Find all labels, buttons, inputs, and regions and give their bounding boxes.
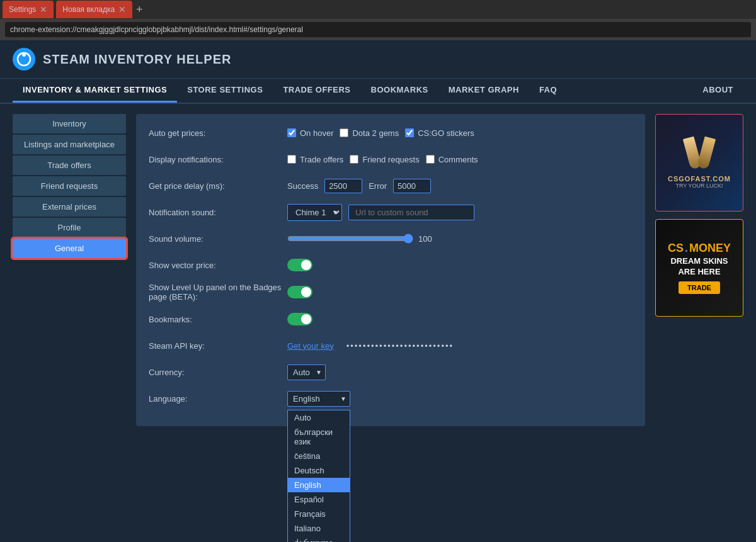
lang-option-de[interactable]: Deutsch	[288, 463, 350, 478]
language-row: Language: English Auto български език če…	[149, 390, 633, 407]
sidebar-item-inventory[interactable]: Inventory	[13, 114, 126, 133]
api-key-value: ••••••••••••••••••••••••••	[346, 341, 454, 351]
lang-option-fr[interactable]: Français	[288, 507, 350, 521]
bookmarks-label: Bookmarks:	[149, 315, 287, 324]
ad-csgofast[interactable]: CSGOFAST.COM TRY YOUR LUCK!	[655, 114, 743, 212]
nav-tab-trade-offers[interactable]: TRADE OFFERS	[273, 79, 360, 103]
lang-option-cs[interactable]: čeština	[288, 449, 350, 463]
sound-volume-controls: 100	[287, 234, 633, 244]
nav-tab-bookmarks[interactable]: BOOKMARKS	[361, 79, 438, 103]
show-level-up-toggle[interactable]	[287, 286, 312, 298]
csgofast-knives-icon	[687, 137, 712, 169]
currency-select-wrapper: Auto	[287, 364, 326, 380]
display-notifications-row: Display notifications: Trade offers Frie…	[149, 150, 633, 168]
sound-volume-row: Sound volume: 100	[149, 230, 633, 247]
csmoney-dot: .	[685, 242, 688, 255]
get-your-key-link[interactable]: Get your key	[287, 341, 334, 351]
sidebar-item-general[interactable]: General	[13, 239, 126, 258]
url-bar[interactable]	[5, 22, 751, 37]
tab-new[interactable]: Новая вкладка ✕	[56, 1, 132, 18]
auto-get-prices-controls: On hover Dota 2 gems CS:GO stickers	[287, 128, 474, 138]
notification-sound-controls: Chime 1	[287, 204, 474, 221]
currency-select[interactable]: Auto	[287, 364, 326, 380]
sidebar: Inventory Listings and marketplace Trade…	[13, 114, 126, 426]
lang-option-bg[interactable]: български език	[288, 425, 350, 449]
dota-gems-label: Dota 2 gems	[352, 128, 399, 138]
csgo-stickers-label: CS:GO stickers	[418, 128, 474, 138]
lang-option-es[interactable]: Español	[288, 492, 350, 507]
trade-offers-group: Trade offers	[287, 155, 343, 164]
sound-select[interactable]: Chime 1	[287, 204, 342, 221]
currency-row: Currency: Auto	[149, 363, 633, 381]
custom-sound-url-input[interactable]	[348, 205, 474, 220]
csmoney-cs: CS	[668, 242, 684, 255]
app-header: STEAM INVENTORY HELPER	[0, 40, 756, 79]
url-bar-row	[0, 19, 756, 40]
nav-tab-inventory-market[interactable]: INVENTORY & MARKET SETTINGS	[13, 79, 177, 103]
nav-tab-market-graph[interactable]: MARKET GRAPH	[438, 79, 529, 103]
currency-label: Currency:	[149, 368, 287, 377]
comments-group: Comments	[426, 155, 478, 164]
on-hover-checkbox[interactable]	[287, 128, 296, 137]
auto-get-prices-label: Auto get prices:	[149, 128, 287, 138]
tab-new-close[interactable]: ✕	[118, 4, 126, 14]
steam-api-key-controls: Get your key ••••••••••••••••••••••••••	[287, 341, 454, 351]
friend-requests-group: Friend requests	[350, 155, 419, 164]
comments-label: Comments	[438, 155, 478, 164]
sidebar-item-listings[interactable]: Listings and marketplace	[13, 135, 126, 154]
tab-settings-close[interactable]: ✕	[40, 4, 47, 14]
get-price-delay-controls: Success Error	[287, 179, 431, 193]
friend-requests-checkbox[interactable]	[350, 155, 358, 164]
ad-csmoney[interactable]: CS . MONEY DREAM SKINS ARE HERE TRADE	[655, 219, 743, 317]
sidebar-item-trade-offers[interactable]: Trade offers	[13, 155, 126, 175]
language-select[interactable]: English	[287, 391, 350, 407]
ads-panel: CSGOFAST.COM TRY YOUR LUCK! CS . MONEY D…	[655, 114, 743, 426]
csmoney-line2: ARE HERE	[678, 267, 720, 276]
show-level-up-row: Show Level Up panel on the Badges page (…	[149, 283, 633, 302]
steam-api-key-row: Steam API key: Get your key ••••••••••••…	[149, 337, 633, 354]
volume-value: 100	[418, 234, 432, 244]
csmoney-line1: DREAM SKINS	[670, 256, 728, 266]
error-input[interactable]	[393, 179, 431, 193]
tab-settings[interactable]: Settings ✕	[3, 1, 54, 18]
sidebar-item-external-prices[interactable]: External prices	[13, 197, 126, 217]
settings-panel: Auto get prices: On hover Dota 2 gems CS…	[136, 114, 645, 426]
csmoney-trade-button[interactable]: TRADE	[679, 281, 720, 294]
show-level-up-controls	[287, 286, 312, 298]
bookmarks-row: Bookmarks:	[149, 310, 633, 328]
lang-option-en[interactable]: English	[288, 478, 350, 492]
sound-select-wrapper: Chime 1	[287, 204, 342, 221]
dota-gems-group: Dota 2 gems	[340, 128, 399, 138]
sidebar-item-friend-requests[interactable]: Friend requests	[13, 176, 126, 196]
display-notifications-label: Display notifications:	[149, 155, 287, 164]
success-input[interactable]	[324, 179, 362, 193]
tab-new-label: Новая вкладка	[62, 5, 115, 14]
sidebar-item-profile[interactable]: Profile	[13, 218, 126, 237]
trade-offers-checkbox[interactable]	[287, 155, 296, 164]
show-vector-price-controls	[287, 259, 312, 271]
csgofast-name: CSGOFAST.COM	[668, 175, 731, 183]
nav-tab-about[interactable]: ABOUT	[692, 79, 743, 103]
lang-option-it[interactable]: Italiano	[288, 521, 350, 536]
success-label: Success	[287, 181, 318, 191]
csgo-stickers-checkbox[interactable]	[405, 128, 414, 137]
nav-tab-store[interactable]: STORE SETTINGS	[177, 79, 273, 103]
main-content: Inventory Listings and marketplace Trade…	[0, 104, 756, 436]
show-vector-price-label: Show vector price:	[149, 261, 287, 270]
lang-option-ka[interactable]: ქართული	[288, 536, 350, 543]
show-vector-price-toggle[interactable]	[287, 259, 312, 271]
steam-logo	[13, 48, 35, 71]
bookmarks-controls	[287, 313, 312, 325]
bookmarks-toggle[interactable]	[287, 313, 312, 325]
nav-tabs: INVENTORY & MARKET SETTINGS STORE SETTIN…	[0, 79, 756, 104]
new-tab-button[interactable]: +	[136, 3, 143, 16]
volume-slider[interactable]	[287, 234, 413, 244]
comments-checkbox[interactable]	[426, 155, 435, 164]
lang-option-auto[interactable]: Auto	[288, 410, 350, 425]
dota-gems-checkbox[interactable]	[340, 128, 348, 137]
show-level-up-label: Show Level Up panel on the Badges page (…	[149, 283, 287, 302]
language-label: Language:	[149, 394, 287, 404]
svg-point-2	[22, 53, 26, 57]
nav-tab-faq[interactable]: FAQ	[529, 79, 567, 103]
notification-sound-row: Notification sound: Chime 1	[149, 203, 633, 221]
